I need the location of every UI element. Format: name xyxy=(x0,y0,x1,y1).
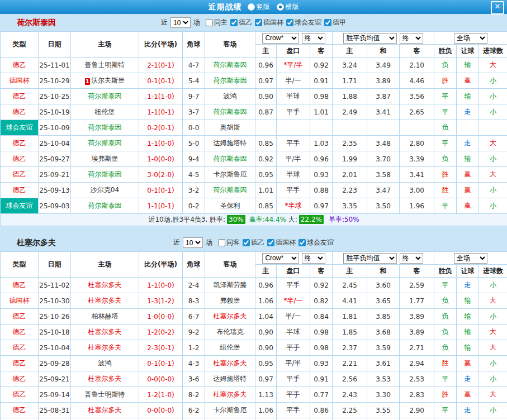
handicap-cell: 平手 xyxy=(277,403,310,418)
checkbox-input[interactable] xyxy=(218,239,225,246)
odds-away-cell: 0.82 xyxy=(310,293,333,309)
handicap-cell: 半/一 xyxy=(277,309,310,324)
matches-table-duesseldorf: 类型 日期 主场 比分(半场) 角球 客场 Crow* 终 胜平负均值 终 全场 xyxy=(0,251,507,420)
avg-time-select[interactable]: 终 xyxy=(400,33,423,44)
col-score: 比分(半场) xyxy=(139,32,183,58)
avg-away-cell: 4.46 xyxy=(400,73,434,89)
odds-away-cell: 0.98 xyxy=(310,324,333,340)
date-cell: 25-09-21 xyxy=(39,371,71,387)
filter-checkbox-球会友谊[interactable]: 球会友谊 xyxy=(286,18,321,27)
odds-away-cell: 0.97 xyxy=(310,198,333,214)
avg-away-cell: 2.94 xyxy=(400,356,434,371)
close-icon[interactable]: ✕ xyxy=(491,1,504,15)
col-date: 日期 xyxy=(39,252,71,278)
away-team-name: 奥胡斯 xyxy=(220,123,240,131)
odds-away-cell: 0.88 xyxy=(310,183,333,198)
filter-checkbox-德国杯[interactable]: 德国杯 xyxy=(267,238,296,247)
score-cell: 1-1(0-0) xyxy=(139,278,183,293)
odds-group-header: Crow* 终 xyxy=(255,32,333,45)
avg-odds-select[interactable]: 胜平负均值 xyxy=(343,253,397,264)
league-filters: 同客德乙德国杯球会友谊 xyxy=(215,238,334,248)
filter-checkbox-同客[interactable]: 同客 xyxy=(218,238,240,247)
home-team-name: 普鲁士明斯特 xyxy=(85,61,125,69)
match-count-select[interactable]: 10 xyxy=(183,237,203,248)
col-result: 胜负 xyxy=(434,265,457,278)
filter-checkbox-球会友谊[interactable]: 球会友谊 xyxy=(298,238,334,247)
home-team-name: 杜塞尔多夫 xyxy=(88,406,122,414)
filter-bar: 近 10 场 同客德乙德国杯球会友谊 xyxy=(173,237,334,248)
handicap-result-cell: 输 xyxy=(457,151,479,167)
match-count-select[interactable]: 10 xyxy=(170,17,191,28)
avg-odds-select[interactable]: 胜平负均值 xyxy=(343,33,397,44)
result-cell: 负 xyxy=(434,324,457,340)
date-cell: 25-09-14 xyxy=(39,387,71,403)
section2-header: 杜塞尔多夫 近 10 场 同客德乙德国杯球会友谊 xyxy=(0,234,507,251)
odds-time-select[interactable]: 终 xyxy=(302,33,325,44)
odds-home-cell: 0.90 xyxy=(255,340,277,356)
filter-checkbox-德乙[interactable]: 德乙 xyxy=(243,238,264,247)
radio-dot-icon[interactable] xyxy=(277,3,284,11)
filter-checkbox-德甲[interactable]: 德甲 xyxy=(324,18,346,27)
away-team-name: 波鸿 xyxy=(224,92,237,100)
result-group-header: 全场 xyxy=(434,32,507,45)
radio-horizontal-layout[interactable]: 横版 xyxy=(277,2,299,12)
avg-away-cell: 2.10 xyxy=(400,58,434,73)
col-type: 类型 xyxy=(1,32,39,58)
avg-time-select[interactable]: 终 xyxy=(400,253,423,264)
score-cell: 1-1(1-0) xyxy=(139,89,183,104)
score-cell: 1-1(0-1) xyxy=(139,198,183,214)
odds-away-cell: 0.84 xyxy=(310,309,333,324)
goals-cell: 大 xyxy=(479,58,507,73)
match-row: 球会友谊25-10-09荷尔斯泰因0-2(0-1)0-0奥胡斯负 xyxy=(1,120,507,136)
radio-circle-icon[interactable] xyxy=(248,3,255,11)
corner-cell: 5-4 xyxy=(183,73,205,89)
team-name: 荷尔斯泰因 xyxy=(17,18,56,28)
section-duesseldorf: 杜塞尔多夫 近 10 场 同客德乙德国杯球会友谊 类型 日期 主场 比分(半场)… xyxy=(0,234,507,420)
corner-cell: 8-3 xyxy=(183,293,205,309)
avg-home-cell: 1.68 xyxy=(333,418,367,420)
home-team-cell: 普鲁士明斯特 xyxy=(71,387,139,403)
avg-away-cell: 2.65 xyxy=(400,104,434,120)
odds-away-cell: 0.93 xyxy=(310,356,333,371)
checkbox-input[interactable] xyxy=(230,19,238,26)
score-cell: 0-2(0-1) xyxy=(139,120,183,136)
checkbox-input[interactable] xyxy=(267,239,274,246)
odds-home-cell xyxy=(255,120,277,136)
col-odds-away: 客 xyxy=(310,45,333,58)
period-select[interactable]: 全场 xyxy=(454,253,487,264)
odds-home-cell: 0.87 xyxy=(255,104,277,120)
league-cell: 球会友谊 xyxy=(1,198,39,214)
filter-checkbox-德国杯[interactable]: 德国杯 xyxy=(255,18,283,27)
checkbox-input[interactable] xyxy=(324,19,331,26)
odds-company-select[interactable]: Crow* xyxy=(262,253,299,264)
score-cell: 1-3(1-2) xyxy=(139,293,183,309)
avg-away-cell: 3.41 xyxy=(400,167,434,183)
checkbox-input[interactable] xyxy=(298,239,306,246)
league-cell: 球会友谊 xyxy=(1,120,39,136)
checkbox-input[interactable] xyxy=(286,19,293,26)
away-team-cell: 杜塞尔多夫 xyxy=(205,418,255,420)
avg-draw-cell: 3.61 xyxy=(367,356,400,371)
col-result: 胜负 xyxy=(434,45,457,58)
handicap-result-cell: 赢 xyxy=(457,418,479,420)
profit-rate: 赢率:44.4% xyxy=(249,216,286,223)
avg-home-cell: 1.81 xyxy=(333,309,367,324)
league-cell: 德乙 xyxy=(1,387,39,403)
corner-cell: 9-7 xyxy=(183,89,205,104)
radio-vertical-layout[interactable]: 竖版 xyxy=(248,2,270,12)
handicap-result-cell: 输 xyxy=(457,293,479,309)
odds-company-select[interactable]: Crow* xyxy=(262,33,299,44)
odds-away-cell: 0.77 xyxy=(310,387,333,403)
match-row: 德乙25-08-31杜塞尔多夫0-0(0-0)6-2卡尔斯鲁厄1.06平手0.8… xyxy=(1,403,507,418)
checkbox-input[interactable] xyxy=(243,239,250,246)
checkbox-input[interactable] xyxy=(206,19,213,26)
filter-checkbox-同主[interactable]: 同主 xyxy=(206,18,228,27)
checkbox-input[interactable] xyxy=(255,19,262,26)
home-team-name: 杜塞尔多夫 xyxy=(88,343,122,351)
filter-checkbox-德乙[interactable]: 德乙 xyxy=(230,18,252,27)
odds-time-select[interactable]: 终 xyxy=(302,253,325,264)
home-team-cell: 杜塞尔多夫 xyxy=(71,278,139,293)
period-select[interactable]: 全场 xyxy=(454,33,487,44)
goals-cell: 小 xyxy=(479,278,507,293)
avg-home-cell: 2.56 xyxy=(333,371,367,387)
